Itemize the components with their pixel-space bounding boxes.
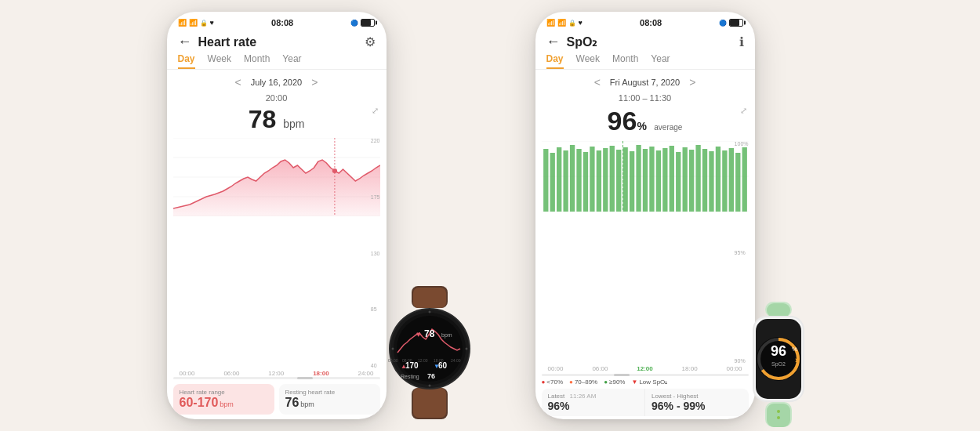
y-label-3: 130 [371, 251, 380, 256]
status-bar: 📶 📶 🔒 ♥ 08:08 🔵 [167, 12, 387, 31]
spo2-page-title: SpO₂ [567, 34, 739, 49]
svg-rect-38 [557, 147, 561, 212]
svg-text:♥: ♥ [416, 330, 421, 339]
spo2-date-navigation: < Fri August 7, 2020 > [535, 73, 755, 92]
date-navigation: < July 16, 2020 > [167, 73, 387, 92]
spo2-tab-month[interactable]: Month [612, 53, 638, 69]
y-label-1: 220 [371, 138, 380, 143]
svg-rect-57 [682, 147, 687, 212]
expand-icon[interactable]: ⤢ [372, 106, 379, 116]
tabs-bar: Day Week Month Year [167, 53, 387, 70]
left-status-icons: 📶 📶 🔒 ♥ [178, 19, 214, 27]
legend-low: ● <70% [542, 378, 564, 386]
spo2-app-header: ← SpO₂ ℹ [535, 31, 755, 53]
svg-text:Resting: Resting [401, 374, 419, 380]
svg-point-25 [428, 385, 430, 387]
svg-point-82 [777, 410, 780, 413]
current-date: July 16, 2020 [251, 78, 302, 87]
tab-month[interactable]: Month [244, 53, 270, 69]
spo2-x-label-3: 12:00 [637, 365, 652, 372]
svg-rect-63 [722, 150, 727, 212]
spo2-scroll-indicator[interactable] [542, 374, 749, 376]
spo2-prev-date-button[interactable]: < [594, 76, 601, 89]
svg-text:00:00: 00:00 [388, 358, 398, 363]
value-unit: bpm [283, 118, 304, 130]
spo2-x-label-2: 06:00 [592, 365, 608, 372]
spo2-back-button[interactable]: ← [546, 34, 561, 50]
svg-text:78: 78 [424, 328, 435, 339]
spo2-tab-day[interactable]: Day [546, 53, 564, 69]
spo2-x-label-1: 00:00 [548, 365, 564, 372]
svg-rect-40 [569, 145, 574, 212]
spo2-tabs-bar: Day Week Month Year [535, 53, 755, 70]
svg-text:12:00: 12:00 [418, 358, 428, 363]
svg-rect-62 [715, 147, 720, 212]
spo2-info-icon[interactable]: ℹ [739, 34, 744, 49]
svg-point-83 [777, 416, 780, 419]
svg-point-26 [391, 348, 394, 350]
range-label: Heart rate range [180, 389, 268, 396]
svg-rect-53 [655, 150, 660, 212]
svg-rect-39 [563, 150, 568, 212]
heart-rate-chart: 220 175 130 85 40 [173, 138, 380, 368]
spo2-tab-year[interactable]: Year [651, 53, 670, 69]
svg-rect-56 [676, 152, 681, 212]
tab-day[interactable]: Day [178, 53, 195, 69]
svg-rect-36 [543, 149, 548, 212]
svg-rect-58 [688, 150, 693, 212]
svg-rect-44 [596, 150, 601, 212]
svg-rect-41 [576, 149, 581, 212]
svg-rect-48 [622, 147, 627, 212]
spo2-x-label-5: 00:00 [726, 365, 742, 372]
svg-text:06:00: 06:00 [402, 358, 412, 363]
range-unit: bpm [220, 400, 234, 408]
svg-rect-54 [662, 148, 667, 212]
svg-rect-42 [583, 152, 587, 212]
heart-rate-range-box: Heart rate range 60-170 bpm [173, 384, 274, 415]
svg-text:%: % [792, 346, 797, 353]
svg-text:18:00: 18:00 [434, 358, 444, 363]
spo2-current-date: Fri August 7, 2020 [610, 78, 680, 87]
resting-label: Resting heart rate [285, 389, 374, 396]
spo2-y-label-2: 95% [735, 250, 749, 255]
spo2-right-status-icons: 🔵 [719, 19, 743, 27]
svg-rect-61 [709, 151, 713, 212]
range-value: 96% - 99% [652, 400, 742, 412]
back-button[interactable]: ← [178, 34, 192, 50]
spo2-next-date-button[interactable]: > [689, 76, 695, 89]
svg-point-6 [332, 168, 336, 173]
next-date-button[interactable]: > [311, 76, 318, 89]
latest-label: Latest 11:26 AM [548, 393, 639, 400]
spo2-status-time: 08:08 [640, 18, 662, 27]
spo2-latest-stats: Latest 11:26 AM 96% Lowest - Highest 96%… [542, 389, 749, 416]
scroll-indicator[interactable] [173, 377, 380, 379]
latest-value: 96% [548, 400, 639, 412]
x-label-2: 06:00 [223, 370, 239, 377]
tab-year[interactable]: Year [282, 53, 301, 69]
settings-icon[interactable]: ⚙ [365, 34, 376, 49]
svg-rect-46 [609, 146, 614, 212]
spo2-status-bar: 📶 📶 🔒 ♥ 08:08 🔵 [535, 12, 755, 31]
x-label-3: 12:00 [268, 370, 284, 377]
spo2-range: Lowest - Highest 96% - 99% [645, 389, 749, 416]
spo2-expand-icon[interactable]: ⤢ [740, 106, 747, 116]
prev-date-button[interactable]: < [235, 76, 241, 89]
y-label-2: 175 [371, 194, 380, 200]
heartrate-phone: 📶 📶 🔒 ♥ 08:08 🔵 ← Heart rate ⚙ Day [167, 12, 387, 419]
svg-rect-49 [629, 151, 633, 212]
legend-mid: ● 70–89% [569, 378, 597, 386]
svg-rect-37 [550, 153, 554, 212]
spo2-left-status-icons: 📶 📶 🔒 ♥ [546, 19, 583, 27]
spo2-x-axis-labels: 00:00 06:00 12:00 18:00 00:00 [542, 365, 749, 372]
spo2-tab-week[interactable]: Week [576, 53, 600, 69]
spo2-y-label-1: 100% [735, 141, 749, 147]
latest-reading: Latest 11:26 AM 96% [542, 389, 646, 416]
svg-rect-8 [413, 288, 446, 308]
svg-rect-81 [767, 404, 790, 427]
x-label-4: 18:00 [313, 370, 328, 377]
resting-heart-rate-box: Resting heart rate 76 bpm [279, 384, 380, 415]
tab-week[interactable]: Week [208, 53, 231, 69]
svg-point-27 [465, 348, 467, 350]
svg-rect-45 [603, 148, 608, 212]
right-status-icons: 🔵 [350, 19, 375, 27]
